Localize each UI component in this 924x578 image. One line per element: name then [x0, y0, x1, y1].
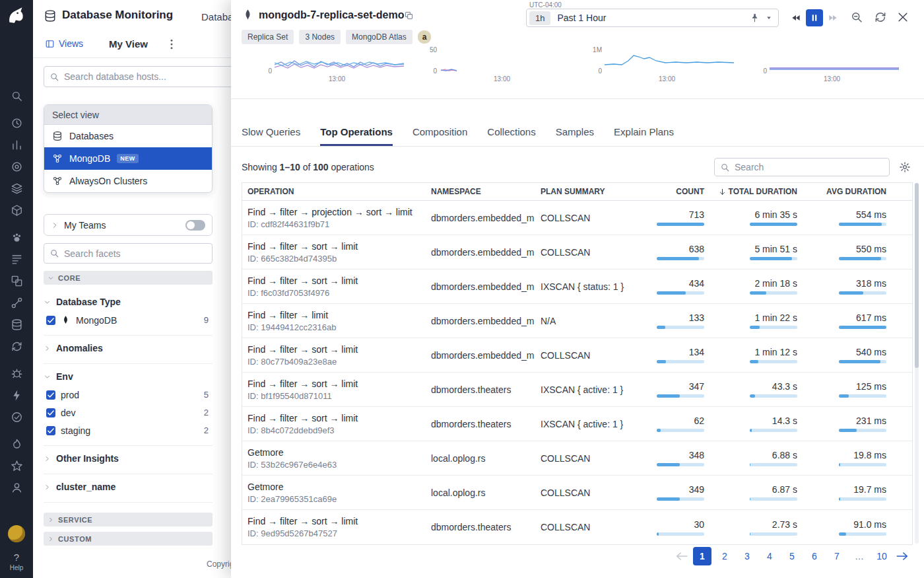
page-button-5[interactable]: 5	[783, 547, 801, 565]
table-row[interactable]: Find → filter → sort → limitID: 9ed95d52…	[242, 510, 912, 544]
tab-collections[interactable]: Collections	[487, 119, 535, 146]
tab-databases[interactable]: Databases	[201, 11, 231, 22]
column-header-namespace[interactable]: NAMESPACE	[426, 187, 535, 196]
page-button-1[interactable]: 1	[693, 547, 711, 565]
mini-chart-plot[interactable]	[440, 45, 569, 74]
table-row[interactable]: Find → filter → sort → limitID: 665c382b…	[242, 235, 912, 270]
facet-option-mongodb[interactable]: MongoDB9	[44, 311, 213, 329]
tag-chip[interactable]: MongoDB Atlas	[346, 30, 412, 44]
sidebar-rum-icon[interactable]	[11, 275, 23, 287]
sidebar-infrastructure-icon[interactable]	[11, 182, 23, 195]
page-button-7[interactable]: 7	[828, 547, 846, 565]
tab-composition[interactable]: Composition	[412, 119, 467, 146]
column-header-count[interactable]: COUNT	[645, 187, 708, 196]
sidebar-serverless-icon[interactable]	[11, 460, 23, 472]
sidebar-ci-icon[interactable]	[11, 411, 23, 423]
next-page-arrow-icon[interactable]	[895, 549, 909, 563]
sidebar-logs-icon[interactable]	[11, 253, 23, 266]
current-view-name[interactable]: My View	[109, 38, 148, 50]
playback-forward-button[interactable]	[824, 9, 842, 26]
checkbox-checked[interactable]	[46, 316, 55, 325]
table-row[interactable]: Find → filter → sort → limitID: bf1f9554…	[242, 373, 912, 407]
sidebar-monitors-icon[interactable]	[11, 161, 23, 173]
sidebar-apm-icon[interactable]	[11, 389, 23, 402]
facet-header-anomalies[interactable]: Anomalies	[44, 339, 213, 357]
table-row[interactable]: GetmoreID: 2ea79965351ca69elocal.oplog.r…	[242, 476, 912, 510]
my-teams-filter[interactable]: My Teams	[44, 214, 213, 236]
views-button[interactable]: Views	[45, 38, 83, 49]
datadog-logo-icon[interactable]	[5, 4, 28, 26]
column-header-plan-summary[interactable]: PLAN SUMMARY	[535, 187, 645, 196]
sidebar-containers-icon[interactable]	[11, 204, 23, 217]
facet-header-other-insights[interactable]: Other Insights	[44, 449, 213, 468]
facet-option-staging[interactable]: staging2	[44, 421, 213, 439]
facet-search-input[interactable]	[64, 248, 212, 259]
facet-header-cluster-name[interactable]: cluster_name	[44, 478, 213, 496]
sidebar-history-icon[interactable]	[11, 117, 23, 129]
facet-option-dev[interactable]: dev2	[44, 404, 213, 421]
table-row[interactable]: Find → filter → limitID: 19449412cc2316a…	[242, 304, 912, 338]
view-options-kebab-icon[interactable]	[165, 36, 178, 52]
close-icon[interactable]	[896, 11, 909, 24]
select-view-item-databases[interactable]: Databases	[44, 125, 212, 147]
table-scrollbar[interactable]	[915, 183, 919, 544]
pin-icon[interactable]	[750, 13, 760, 23]
sidebar-paw-icon[interactable]	[11, 231, 23, 244]
operations-search-input[interactable]	[735, 162, 889, 172]
scrollbar-thumb[interactable]	[915, 183, 919, 368]
time-range-picker[interactable]: 1h Past 1 Hour	[526, 9, 779, 27]
tag-chip[interactable]: Replica Set	[242, 30, 294, 44]
table-row[interactable]: Find → filter → sort → limitID: 8b4c072d…	[242, 407, 912, 441]
page-button-3[interactable]: 3	[738, 547, 756, 565]
tab-slow-queries[interactable]: Slow Queries	[242, 119, 300, 146]
my-teams-toggle[interactable]	[185, 220, 205, 231]
checkbox-checked[interactable]	[46, 408, 55, 417]
sidebar-dashboards-icon[interactable]	[11, 139, 23, 151]
help-button[interactable]: ? Help	[10, 552, 24, 571]
section-custom[interactable]: CUSTOM	[44, 532, 213, 546]
table-row[interactable]: Find → filter → sort → limitID: f6c03fd7…	[242, 270, 912, 304]
playback-pause-button[interactable]	[806, 9, 823, 26]
tag-chip[interactable]: 3 Nodes	[299, 30, 341, 44]
page-button-10[interactable]: 10	[873, 547, 891, 565]
checkbox-checked[interactable]	[46, 390, 55, 400]
select-view-item-alwayson-clusters[interactable]: AlwaysOn Clusters	[44, 170, 212, 192]
sidebar-security-icon[interactable]	[11, 367, 23, 380]
select-view-item-mongodb[interactable]: MongoDBNEW	[44, 147, 212, 170]
section-core[interactable]: CORE	[44, 271, 213, 285]
user-avatar[interactable]	[8, 525, 25, 542]
sidebar-network-icon[interactable]	[11, 297, 23, 309]
chevron-down-icon[interactable]	[765, 14, 773, 22]
table-row[interactable]: Find → filter → sort → limitID: 80c77b40…	[242, 338, 912, 373]
column-header-avg-duration[interactable]: AVG DURATION	[801, 187, 913, 196]
table-row[interactable]: GetmoreID: 53b26c967e6e4e63local.oplog.r…	[242, 441, 912, 476]
aws-tag-chip[interactable]: a	[418, 30, 432, 44]
copy-icon[interactable]	[404, 11, 414, 20]
refresh-icon[interactable]	[874, 11, 887, 24]
sidebar-search-icon[interactable]	[11, 90, 23, 102]
section-service[interactable]: SERVICE	[44, 513, 213, 526]
sidebar-organization-icon[interactable]	[11, 482, 23, 494]
sidebar-database-icon[interactable]	[11, 318, 23, 331]
tab-explain-plans[interactable]: Explain Plans	[614, 119, 674, 146]
host-search-input[interactable]	[64, 71, 231, 82]
facet-option-prod[interactable]: prod5	[44, 386, 213, 404]
page-button-4[interactable]: 4	[760, 547, 779, 565]
tab-top-operations[interactable]: Top Operations	[320, 119, 393, 146]
mini-chart-plot[interactable]	[770, 45, 899, 74]
mini-chart-plot[interactable]	[275, 45, 404, 74]
facet-header-env[interactable]: Env	[44, 367, 213, 386]
playback-back-button[interactable]	[787, 9, 805, 26]
page-button-6[interactable]: 6	[805, 547, 824, 565]
table-row[interactable]: Find → filter → projection → sort → limi…	[242, 201, 912, 235]
table-settings-gear-icon[interactable]	[899, 161, 911, 173]
zoom-out-icon[interactable]	[850, 11, 863, 24]
facet-header-database-type[interactable]: Database Type	[44, 293, 213, 311]
tab-samples[interactable]: Samples	[556, 119, 594, 146]
sidebar-sync-icon[interactable]	[11, 340, 23, 353]
column-header-operation[interactable]: OPERATION	[242, 187, 426, 196]
sidebar-profiling-icon[interactable]	[11, 438, 23, 451]
mini-chart-plot[interactable]	[605, 45, 734, 74]
page-button-2[interactable]: 2	[715, 547, 734, 565]
column-header-total-duration[interactable]: TOTAL DURATION	[708, 187, 801, 196]
